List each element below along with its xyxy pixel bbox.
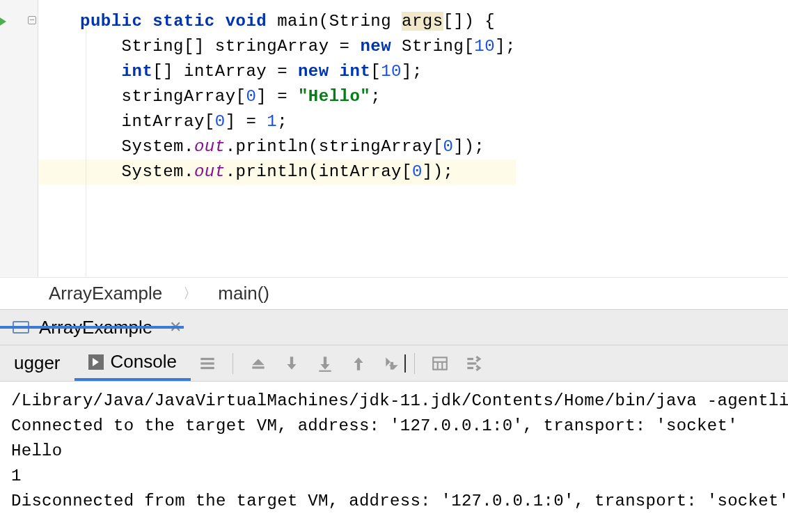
- console-line: /Library/Java/JavaVirtualMachines/jdk-11…: [11, 389, 777, 414]
- svg-rect-3: [252, 366, 264, 368]
- step-into-icon[interactable]: [275, 345, 308, 381]
- svg-rect-7: [357, 362, 360, 370]
- code-line: System.out.println(stringArray[0]);: [38, 134, 516, 159]
- tab-console-label: Console: [111, 351, 177, 373]
- code-line: int[] intArray = new int[10];: [38, 59, 516, 84]
- breadcrumb-method[interactable]: main(): [218, 283, 269, 304]
- code-line: String[] stringArray = new String[10];: [38, 34, 516, 59]
- console-output[interactable]: /Library/Java/JavaVirtualMachines/jdk-11…: [0, 382, 788, 521]
- separator: [414, 353, 415, 374]
- run-tab-bar: ArrayExample ✕: [0, 309, 788, 345]
- step-out-icon[interactable]: [342, 345, 375, 381]
- svg-rect-9: [433, 357, 447, 369]
- run-gutter-icon[interactable]: [0, 14, 6, 29]
- console-line: Hello: [11, 439, 777, 464]
- svg-rect-4: [290, 357, 293, 364]
- debug-toolbar: ugger Console: [0, 345, 788, 382]
- step-over-icon[interactable]: [242, 345, 275, 381]
- evaluate-expression-icon[interactable]: [423, 345, 457, 381]
- tab-debugger[interactable]: ugger: [0, 345, 74, 381]
- editor-gutter: [0, 0, 38, 277]
- cursor-icon: [404, 354, 406, 373]
- fold-icon[interactable]: [28, 16, 36, 24]
- force-step-into-icon[interactable]: [308, 345, 342, 381]
- console-icon: [88, 354, 104, 370]
- tab-console[interactable]: Console: [74, 345, 191, 381]
- menu-icon[interactable]: [191, 345, 224, 381]
- chevron-right-icon: 〉: [183, 284, 197, 303]
- code-editor[interactable]: public static void main(String args[]) {…: [38, 0, 516, 277]
- code-line-current: System.out.println(intArray[0]);: [38, 159, 516, 185]
- code-line: intArray[0] = 1;: [38, 109, 516, 134]
- editor-area: public static void main(String args[]) {…: [0, 0, 788, 277]
- svg-rect-5: [324, 357, 326, 364]
- drop-frame-icon[interactable]: [375, 345, 409, 381]
- trace-icon[interactable]: [457, 345, 490, 381]
- breadcrumb-class[interactable]: ArrayExample: [49, 283, 162, 304]
- separator: [233, 353, 233, 374]
- active-tab-indicator: [0, 326, 184, 329]
- console-line: 1: [11, 464, 777, 489]
- console-line: Disconnected from the target VM, address…: [11, 489, 777, 514]
- code-line: stringArray[0] = "Hello";: [38, 84, 516, 109]
- svg-rect-6: [319, 370, 331, 371]
- breadcrumb-bar: ArrayExample 〉 main(): [0, 277, 788, 309]
- tab-debugger-label: ugger: [14, 352, 61, 374]
- indent-guide: [86, 28, 86, 277]
- code-line: public static void main(String args[]) {: [38, 9, 516, 34]
- console-line: Connected to the target VM, address: '12…: [11, 414, 777, 439]
